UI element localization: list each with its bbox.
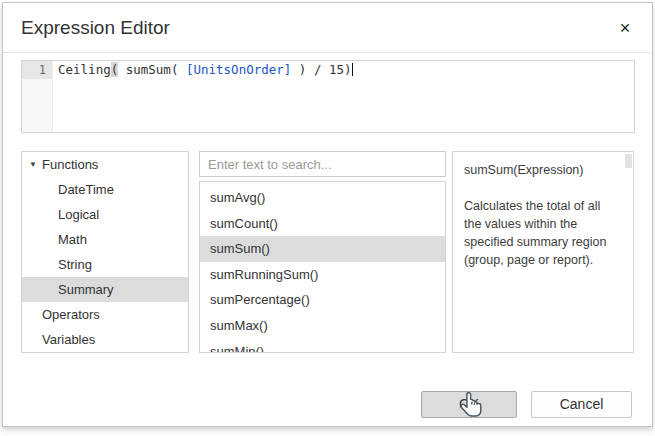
- function-list-item[interactable]: sumPercentage(): [200, 287, 445, 313]
- tree-item-logical[interactable]: Logical: [22, 202, 188, 227]
- category-tree: ▼FunctionsDateTimeLogicalMathStringSumma…: [21, 151, 189, 353]
- function-list-item[interactable]: sumCount(): [200, 211, 445, 237]
- dialog-titlebar: Expression Editor ×: [3, 3, 652, 53]
- code-segment-field: [UnitsOnOrder]: [186, 62, 291, 77]
- tree-item-variables[interactable]: Variables: [22, 327, 188, 352]
- text-caret: [352, 63, 353, 76]
- tree-item-label: Math: [22, 227, 188, 252]
- function-list-item[interactable]: sumRunningSum(): [200, 262, 445, 288]
- code-segment-plain: ) / 15): [291, 62, 351, 77]
- code-segment-plain: Ceiling: [58, 62, 111, 77]
- expression-code-editor[interactable]: 1 Ceiling( sumSum( [UnitsOnOrder] ) / 15…: [21, 60, 635, 133]
- tree-item-label: Summary: [22, 277, 188, 302]
- tree-item-label: Operators: [22, 302, 188, 327]
- function-list-item[interactable]: sumSum(): [200, 236, 445, 262]
- line-number-gutter: 1: [22, 61, 53, 132]
- function-list: sumAvg()sumCount()sumSum()sumRunningSum(…: [199, 181, 446, 353]
- tree-item-label: DateTime: [22, 177, 188, 202]
- tree-item-math[interactable]: Math: [22, 227, 188, 252]
- close-icon[interactable]: ×: [612, 15, 638, 41]
- dialog-title: Expression Editor: [21, 3, 170, 52]
- tree-item-operators[interactable]: Operators: [22, 302, 188, 327]
- function-description: Calculates the total of all the values w…: [464, 197, 621, 269]
- search-input[interactable]: [199, 151, 446, 177]
- code-segment-plain: sumSum(: [118, 62, 186, 77]
- description-panel: sumSum(Expression) Calculates the total …: [452, 151, 634, 353]
- function-list-item[interactable]: sumAvg(): [200, 185, 445, 211]
- expression-code-line[interactable]: Ceiling( sumSum( [UnitsOnOrder] ) / 15): [53, 61, 634, 79]
- tree-item-label: Variables: [22, 327, 188, 352]
- tree-item-string[interactable]: String: [22, 252, 188, 277]
- function-list-item[interactable]: sumMin(): [200, 339, 445, 353]
- chevron-expanded-icon[interactable]: ▼: [29, 152, 37, 177]
- cancel-button[interactable]: Cancel: [531, 391, 632, 418]
- tree-item-functions[interactable]: ▼Functions: [22, 152, 188, 177]
- line-number: 1: [22, 61, 52, 79]
- tree-item-datetime[interactable]: DateTime: [22, 177, 188, 202]
- function-signature: sumSum(Expression): [464, 161, 621, 179]
- tree-item-summary[interactable]: Summary: [22, 277, 188, 302]
- tree-item-label: String: [22, 252, 188, 277]
- tree-item-label: Logical: [22, 202, 188, 227]
- expression-editor-dialog: Expression Editor × 1 Ceiling( sumSum( […: [2, 2, 653, 427]
- scrollbar-thumb[interactable]: [625, 154, 632, 168]
- function-list-item[interactable]: sumMax(): [200, 313, 445, 339]
- tree-item-label: Functions: [22, 152, 188, 177]
- ok-button[interactable]: OK: [421, 391, 517, 418]
